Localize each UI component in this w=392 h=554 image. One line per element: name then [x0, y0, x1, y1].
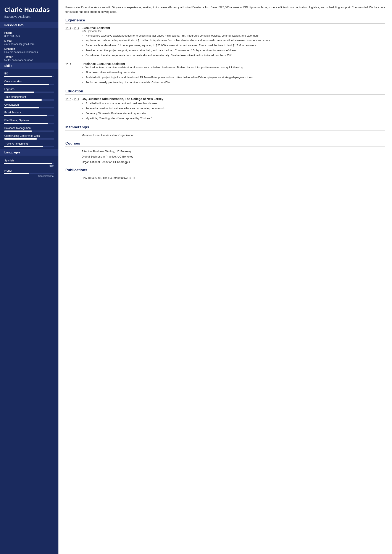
skill-bar-fill [4, 76, 52, 77]
publications-list: How Details Kill, The Counterintuitive C… [65, 176, 385, 180]
course-item: Effective Business Writing, UC Berkeley [82, 149, 385, 154]
language-bar-bg [4, 163, 54, 164]
experience-bullet: Worked as temp executive assistant for 4… [85, 66, 385, 70]
candidate-title: Executive Assistant [4, 15, 54, 18]
email-value: clarieharadas@gmail.com [4, 43, 54, 46]
experience-title: Freelance Executive Assistant [82, 62, 385, 66]
skills-section: Skills EQ Communication Logistics Time M… [0, 62, 58, 149]
email-label: E-mail [4, 39, 54, 42]
memberships-list: Member, Executive Assistant Organization [65, 133, 385, 138]
experience-dates: 2013 - 2018 [65, 26, 82, 58]
skill-item: Database Management [0, 126, 58, 133]
education-list: 2010 - 2013 BA, Business Administration,… [65, 97, 385, 121]
language-bar-wrap [4, 163, 54, 164]
skill-bar-fill [4, 115, 47, 116]
courses-list: Effective Business Writing, UC BerkeleyG… [65, 149, 385, 164]
experience-bullet: Aided executives with meeting preparatio… [85, 70, 385, 75]
skill-item: File-Sharing Systems [0, 118, 58, 126]
skill-bar-bg [4, 91, 54, 93]
candidate-name: Clarie Haradas [4, 6, 54, 14]
email-field: E-mail clarieharadas@gmail.com [0, 39, 58, 47]
skill-bar-bg [4, 99, 54, 101]
phone-field: Phone 862-208-2592 [0, 30, 58, 39]
experience-bullet: Assisted with project logistics and deve… [85, 76, 385, 80]
skills-list: EQ Communication Logistics Time Manageme… [0, 71, 58, 149]
twitter-value: twitter.com/clarieharadas [4, 59, 54, 62]
skill-name: Database Management [4, 127, 54, 130]
linkedin-label: LinkedIn [4, 47, 54, 50]
skill-bar-fill [4, 84, 49, 85]
skill-bar-fill [4, 146, 43, 147]
skill-bar-fill [4, 123, 48, 124]
experience-bullet: Provided executive project support, admi… [85, 48, 385, 53]
skill-bar-bg [4, 131, 54, 132]
skill-item: Logistics [0, 87, 58, 95]
experience-bullet: Handled top executive assistant duties f… [85, 34, 385, 38]
sidebar: Clarie Haradas Executive Assistant Perso… [0, 0, 58, 554]
language-bar-fill [4, 163, 52, 164]
skill-bar-fill [4, 138, 37, 139]
education-bullet: My article, "Reading Minds" was reprinte… [85, 117, 385, 121]
skill-bar-fill [4, 91, 34, 93]
skills-heading: Skills [0, 62, 58, 69]
skill-bar-bg [4, 123, 54, 124]
summary-text: Resourceful Executive Assistant with 5+ … [65, 5, 385, 14]
experience-list: 2013 - 2018 Executive Assistant ISN Lipm… [65, 26, 385, 85]
languages-list: Spanish Fluent French Conversational [0, 158, 58, 178]
education-heading: Education [65, 89, 385, 95]
skill-name: Email Systems [4, 111, 54, 114]
phone-value: 862-208-2592 [4, 35, 54, 38]
linkedin-value: linkedin.com/in/clarieharadas [4, 51, 54, 54]
phone-label: Phone [4, 31, 54, 35]
skill-bar-bg [4, 76, 54, 77]
experience-dates: 2013 [65, 62, 82, 85]
skill-bar-fill [4, 107, 39, 108]
skill-bar-bg [4, 115, 54, 116]
publication-item: How Details Kill, The Counterintuitive C… [82, 176, 385, 180]
language-level: Conversational [4, 175, 54, 177]
main-content: Resourceful Executive Assistant with 5+ … [58, 0, 392, 554]
skill-item: Email Systems [0, 110, 58, 118]
experience-bullets: Handled top executive assistant duties f… [82, 34, 385, 58]
language-name: Spanish [4, 159, 54, 162]
skill-item: Time Management [0, 95, 58, 102]
skill-bar-bg [4, 107, 54, 108]
education-content: BA, Business Administration, The College… [82, 97, 385, 121]
education-bullets: Excelled in financial management and bus… [82, 102, 385, 120]
skill-name: Travel Arrangements [4, 142, 54, 145]
experience-bullet: Performed weekly proofreading of executi… [85, 81, 385, 85]
language-item: French Conversational [0, 168, 58, 178]
language-item: Spanish Fluent [0, 158, 58, 168]
language-bar-fill [4, 173, 29, 174]
skill-item: Communication [0, 79, 58, 87]
personal-info-heading: Personal Info [0, 22, 58, 28]
skill-name: File-Sharing Systems [4, 119, 54, 122]
publications-heading: Publications [65, 168, 385, 173]
linkedin-field: LinkedIn linkedin.com/in/clarieharadas [0, 47, 58, 55]
experience-bullets: Worked as temp executive assistant for 4… [82, 66, 385, 84]
courses-heading: Courses [65, 141, 385, 147]
education-entry: 2010 - 2013 BA, Business Administration,… [65, 97, 385, 121]
language-bar-wrap [4, 173, 54, 174]
skill-bar-bg [4, 146, 54, 147]
skill-item: Coordinating Conference Calls [0, 133, 58, 141]
languages-section: Languages Spanish Fluent French Conversa… [0, 149, 58, 178]
membership-item: Member, Executive Assistant Organization [82, 133, 385, 138]
skill-name: Time Management [4, 96, 54, 98]
education-bullet: Pursued a passion for business ethics an… [85, 106, 385, 111]
skill-bar-fill [4, 131, 32, 132]
personal-info-section: Personal Info Phone 862-208-2592 E-mail … [0, 22, 58, 62]
memberships-heading: Memberships [65, 125, 385, 131]
education-degree: BA, Business Administration, The College… [82, 97, 385, 101]
skill-bar-bg [4, 138, 54, 139]
languages-heading: Languages [0, 149, 58, 156]
language-level: Fluent [4, 165, 54, 167]
education-dates: 2010 - 2013 [65, 97, 82, 121]
experience-company: ISN Lipmann, Inc. [82, 30, 385, 33]
experience-bullet: Saved each top-level exec 11 hours per w… [85, 43, 385, 48]
experience-bullet: Coordinated travel arrangements both dom… [85, 54, 385, 58]
skill-name: Compassion [4, 103, 54, 106]
experience-entry: 2013 - 2018 Executive Assistant ISN Lipm… [65, 26, 385, 58]
language-name: French [4, 169, 54, 172]
skill-item: Travel Arrangements [0, 141, 58, 149]
